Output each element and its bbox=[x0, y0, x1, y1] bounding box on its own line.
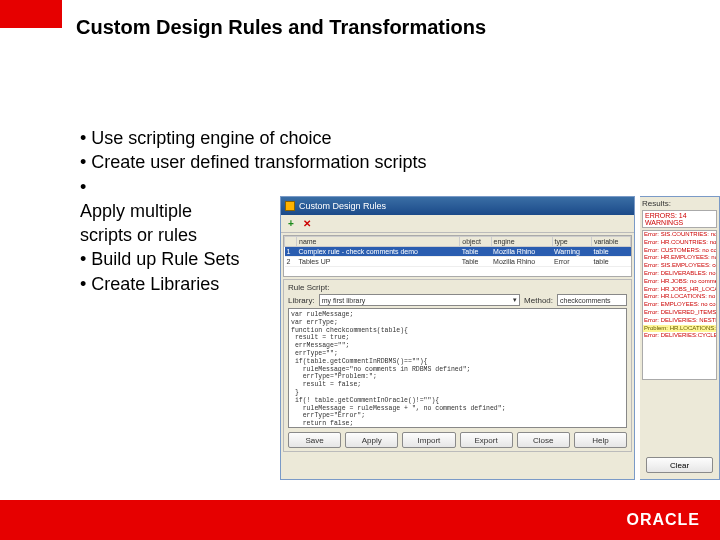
cell-engine: Mozilla Rhino bbox=[491, 247, 552, 257]
toolbar: + ✕ bbox=[281, 215, 634, 233]
error-count: ERRORS: 14 bbox=[645, 212, 687, 219]
footer-band: ORACLE bbox=[0, 500, 720, 540]
apply-button[interactable]: Apply bbox=[345, 432, 398, 448]
result-item[interactable]: Error: CUSTOMERS: no comm bbox=[643, 247, 716, 255]
method-dropdown[interactable]: checkcomments bbox=[557, 294, 627, 306]
brand-red-block bbox=[0, 0, 62, 28]
result-item[interactable]: Error: HR.JOBS: no comme bbox=[643, 278, 716, 286]
custom-design-rules-window: Custom Design Rules + ✕ name object engi… bbox=[280, 196, 635, 480]
result-item[interactable]: Error: DELIVERED_ITEMS: n bbox=[643, 309, 716, 317]
result-item[interactable]: Error: SIS.EMPLOYEES: com bbox=[643, 262, 716, 270]
results-panel: Results: ERRORS: 14 WARNINGS Error: SIS.… bbox=[640, 196, 720, 480]
col-object[interactable]: object bbox=[460, 237, 491, 247]
bullet-item: Create user defined transformation scrip… bbox=[80, 150, 426, 174]
result-item[interactable]: Error: DELIVERIES:CYCLE: no bbox=[643, 332, 716, 340]
cell-type: Error bbox=[552, 257, 591, 267]
import-button[interactable]: Import bbox=[402, 432, 455, 448]
window-titlebar[interactable]: Custom Design Rules bbox=[281, 197, 634, 215]
help-button[interactable]: Help bbox=[574, 432, 627, 448]
col-type[interactable]: type bbox=[552, 237, 591, 247]
results-count: ERRORS: 14 WARNINGS bbox=[642, 210, 717, 228]
cell-object: Table bbox=[460, 257, 491, 267]
close-button[interactable]: Close bbox=[517, 432, 570, 448]
add-rule-icon[interactable]: + bbox=[285, 218, 297, 230]
col-name[interactable]: name bbox=[297, 237, 460, 247]
col-engine[interactable]: engine bbox=[491, 237, 552, 247]
result-item[interactable]: Error: HR.LOCATIONS: no bbox=[643, 293, 716, 301]
rules-table[interactable]: name object engine type variable 1 Compl… bbox=[283, 235, 632, 277]
result-item[interactable]: Error: EMPLOYEES: no com bbox=[643, 301, 716, 309]
button-row: Save Apply Import Export Close Help bbox=[288, 432, 627, 448]
result-item[interactable]: Error: DELIVERIES: NESTED bbox=[643, 317, 716, 325]
col-variable[interactable]: variable bbox=[591, 237, 630, 247]
result-item[interactable]: Error: HR.JOBS_HR_LOCAT bbox=[643, 286, 716, 294]
slide-title: Custom Design Rules and Transformations bbox=[76, 16, 486, 39]
table-row[interactable]: 1 Complex rule - check comments demo Tab… bbox=[285, 247, 631, 257]
results-list[interactable]: Error: SIS.COUNTRIES: no Error: HR.COUNT… bbox=[642, 230, 717, 380]
result-item-warning[interactable]: Problem: HR.LOCATIONS: no co bbox=[643, 325, 716, 333]
method-label: Method: bbox=[524, 296, 553, 305]
cell-engine: Mozilla Rhino bbox=[491, 257, 552, 267]
result-item[interactable]: Error: DELIVERABLES: no bbox=[643, 270, 716, 278]
method-value: checkcomments bbox=[560, 297, 611, 304]
result-item[interactable]: Error: HR.COUNTRIES: no c bbox=[643, 239, 716, 247]
oracle-logo: ORACLE bbox=[626, 511, 700, 529]
app-icon bbox=[285, 201, 295, 211]
warning-count: WARNINGS bbox=[645, 219, 683, 226]
cell-name: Tables UP bbox=[297, 257, 460, 267]
window-title: Custom Design Rules bbox=[299, 201, 630, 211]
cell-object: Table bbox=[460, 247, 491, 257]
clear-button[interactable]: Clear bbox=[646, 457, 713, 473]
cell-variable: table bbox=[591, 257, 630, 267]
chevron-down-icon: ▾ bbox=[513, 296, 517, 304]
cell-name: Complex rule - check comments demo bbox=[297, 247, 460, 257]
save-button[interactable]: Save bbox=[288, 432, 341, 448]
table-row[interactable]: 2 Tables UP Table Mozilla Rhino Error ta… bbox=[285, 257, 631, 267]
result-item[interactable]: Error: SIS.COUNTRIES: no bbox=[643, 231, 716, 239]
script-editor[interactable]: var ruleMessage; var errType; function c… bbox=[288, 308, 627, 428]
delete-rule-icon[interactable]: ✕ bbox=[301, 218, 313, 230]
library-label: Library: bbox=[288, 296, 315, 305]
rule-script-label: Rule Script: bbox=[288, 283, 627, 292]
library-dropdown[interactable]: my first library ▾ bbox=[319, 294, 520, 306]
result-item[interactable]: Error: HR.EMPLOYEES: no c bbox=[643, 254, 716, 262]
cell-variable: table bbox=[591, 247, 630, 257]
library-value: my first library bbox=[322, 297, 366, 304]
export-button[interactable]: Export bbox=[460, 432, 513, 448]
table-header-row: name object engine type variable bbox=[285, 237, 631, 247]
rule-script-panel: Rule Script: Library: my first library ▾… bbox=[283, 279, 632, 452]
results-header: Results: bbox=[642, 199, 717, 208]
bullet-item: Use scripting engine of choice bbox=[80, 126, 426, 150]
cell-type: Warning bbox=[552, 247, 591, 257]
